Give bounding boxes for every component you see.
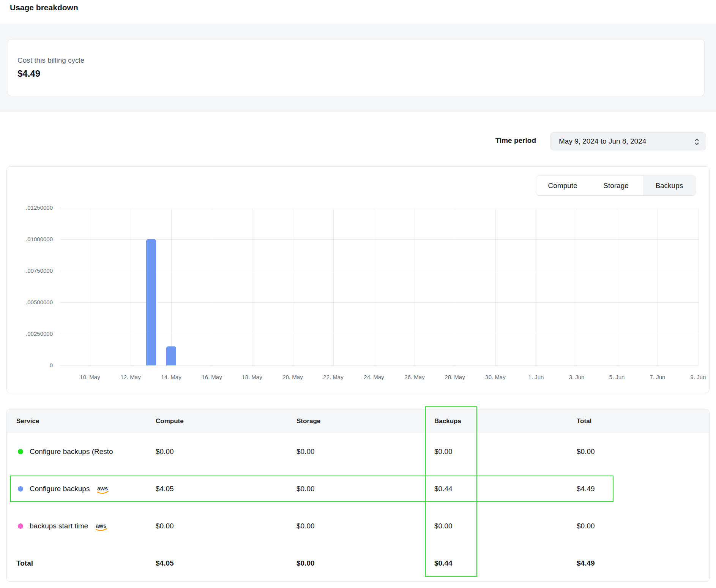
gridline-vertical <box>252 208 252 365</box>
x-axis-tick-label: 30. May <box>478 374 513 380</box>
gridline-vertical <box>171 208 172 365</box>
time-period-select[interactable]: May 9, 2024 to Jun 8, 2024 <box>550 132 706 150</box>
column-header-compute: Compute <box>156 409 184 433</box>
gridline-vertical <box>698 208 699 365</box>
tab-compute[interactable]: Compute <box>536 176 589 195</box>
chart-bar-14-may <box>166 346 176 365</box>
usage-chart-card: ComputeStorageBackups .01250000.01000000… <box>6 166 710 393</box>
gridline-vertical <box>495 208 496 365</box>
total-value-cell: $4.49 <box>577 470 595 507</box>
gridline-vertical <box>658 208 658 365</box>
compute-value-cell: $0.00 <box>156 433 174 470</box>
gridline-vertical <box>455 208 455 365</box>
table-header-row: ServiceComputeStorageBackupsTotal <box>7 409 709 433</box>
gridline-vertical <box>293 208 293 365</box>
column-header-backups: Backups <box>434 409 461 433</box>
svg-text:aws: aws <box>97 485 108 492</box>
chart-bar-13-may <box>146 239 156 365</box>
service-name: Configure backups (Resto <box>30 447 113 456</box>
total-value-cell: $0.00 <box>577 507 595 545</box>
table-row: Configure backups (Resto$0.00$0.00$0.00$… <box>7 433 709 470</box>
gridline-vertical <box>212 208 212 365</box>
gridline-vertical <box>577 208 577 365</box>
x-axis-tick-label: 20. May <box>276 374 310 380</box>
aws-logo-icon: aws <box>96 485 111 495</box>
page-title: Usage breakdown <box>10 3 78 12</box>
storage-value-cell: $0.00 <box>296 507 315 545</box>
svg-text:aws: aws <box>96 522 106 529</box>
usage-breakdown-page: Usage breakdown Cost this billing cycle … <box>0 0 716 588</box>
y-axis-tick-label: .01250000 <box>3 204 53 211</box>
table-row: backups start timeaws$0.00$0.00$0.00$0.0… <box>7 507 709 545</box>
cost-card-label: Cost this billing cycle <box>17 56 84 65</box>
y-axis-tick-label: .00750000 <box>3 267 53 274</box>
x-axis-tick-label: 12. May <box>114 374 148 380</box>
cost-card-value: $4.49 <box>17 68 40 79</box>
compute-value-cell: $0.00 <box>156 507 174 545</box>
service-cell: Configure backupsaws <box>18 470 147 507</box>
total-storage-cell: $0.00 <box>296 545 315 582</box>
y-axis-tick-label: .00500000 <box>3 299 53 305</box>
compute-value-cell: $4.05 <box>156 470 174 507</box>
x-axis-tick-label: 5. Jun <box>600 374 634 380</box>
service-cell: Configure backups (Resto <box>18 433 147 470</box>
x-axis-tick-label: 14. May <box>154 374 188 380</box>
tab-storage[interactable]: Storage <box>589 176 642 195</box>
aws-logo-icon: aws <box>95 522 109 532</box>
x-axis-tick-label: 24. May <box>357 374 391 380</box>
time-period-label: Time period <box>418 136 536 145</box>
total-total-cell: $4.49 <box>577 545 595 582</box>
table-total-row: Total$4.05$0.00$0.44$4.49 <box>7 545 709 582</box>
usage-table: ServiceComputeStorageBackupsTotalConfigu… <box>6 409 710 582</box>
tab-backups[interactable]: Backups <box>643 176 696 195</box>
x-axis-tick-label: 22. May <box>316 374 350 380</box>
backups-value-cell: $0.00 <box>434 433 453 470</box>
y-axis-tick-label: .01000000 <box>3 236 53 242</box>
x-axis-tick-label: 18. May <box>235 374 269 380</box>
total-row-label: Total <box>16 545 33 582</box>
time-period-row: Time period May 9, 2024 to Jun 8, 2024 <box>0 132 716 150</box>
service-cell: backups start timeaws <box>18 507 147 545</box>
gridline-vertical <box>333 208 334 365</box>
up-down-chevron-icon <box>694 138 700 146</box>
x-axis-tick-label: 26. May <box>397 374 432 380</box>
x-axis-tick-label: 3. Jun <box>560 374 594 380</box>
gridline-horizontal <box>60 365 698 366</box>
backups-value-cell: $0.44 <box>434 470 453 507</box>
gridline-vertical <box>374 208 374 365</box>
x-axis-tick-label: 28. May <box>438 374 472 380</box>
gridline-vertical <box>536 208 536 365</box>
column-header-storage: Storage <box>296 409 320 433</box>
column-header-total: Total <box>577 409 591 433</box>
gridline-vertical <box>131 208 131 365</box>
service-name: backups start time <box>30 522 88 530</box>
column-header-service: Service <box>16 409 39 433</box>
total-compute-cell: $4.05 <box>156 545 174 582</box>
x-axis-tick-label: 1. Jun <box>519 374 553 380</box>
y-axis-tick-label: .00250000 <box>3 330 53 337</box>
gridline-horizontal <box>60 208 698 208</box>
series-dot <box>18 449 23 454</box>
storage-value-cell: $0.00 <box>296 470 315 507</box>
cost-card: Cost this billing cycle $4.49 <box>8 39 705 96</box>
x-axis-tick-label: 10. May <box>73 374 107 380</box>
gridline-vertical <box>617 208 617 365</box>
x-axis-tick-label: 7. Jun <box>640 374 675 380</box>
x-axis-tick-label: 16. May <box>195 374 229 380</box>
billing-summary-section: Cost this billing cycle $4.49 <box>0 24 716 112</box>
total-backups-cell: $0.44 <box>434 545 453 582</box>
series-dot <box>18 486 23 492</box>
series-dot <box>18 523 23 529</box>
y-axis-tick-label: 0 <box>3 362 53 368</box>
total-value-cell: $0.00 <box>577 433 595 470</box>
storage-value-cell: $0.00 <box>296 433 315 470</box>
service-name: Configure backups <box>30 485 90 493</box>
time-period-value: May 9, 2024 to Jun 8, 2024 <box>559 137 646 145</box>
usage-bar-chart: .01250000.01000000.00750000.00500000.002… <box>70 208 698 365</box>
gridline-vertical <box>415 208 415 365</box>
table-row: Configure backupsaws$4.05$0.00$0.44$4.49 <box>7 470 709 507</box>
x-axis-tick-label: 9. Jun <box>681 374 715 380</box>
backups-value-cell: $0.00 <box>434 507 453 545</box>
gridline-vertical <box>90 208 90 365</box>
chart-series-tabs: ComputeStorageBackups <box>536 175 696 196</box>
